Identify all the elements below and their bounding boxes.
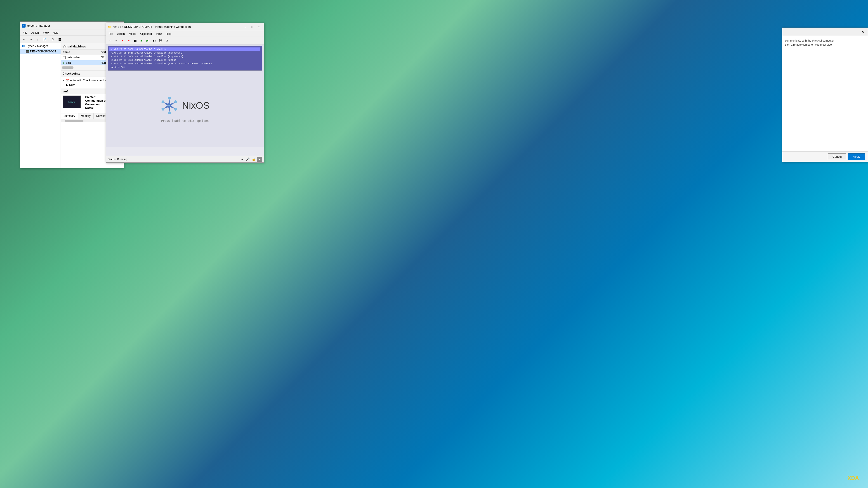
- grub-entry-5[interactable]: Memtest86+: [110, 66, 260, 69]
- vm-toolbar-record2[interactable]: ●: [126, 38, 132, 43]
- tab-memory[interactable]: Memory: [78, 113, 93, 119]
- settings-text-area: communicate with the physical computer s…: [782, 36, 868, 50]
- toolbar-settings-button[interactable]: ☰: [57, 37, 63, 42]
- vm-status-text: Status: Running: [108, 158, 127, 161]
- settings-close-button[interactable]: ✕: [860, 29, 866, 34]
- vm-conn-close-button[interactable]: ✕: [256, 24, 262, 29]
- vm-thumb-text: NixOS: [68, 101, 75, 103]
- settings-apply-button[interactable]: Apply: [848, 153, 865, 160]
- settings-cancel-button[interactable]: Cancel: [828, 153, 846, 160]
- vm-thumbnail: NixOS: [63, 96, 81, 108]
- vm-toolbar-step2[interactable]: ▶): [151, 38, 157, 43]
- vm-toolbar-record[interactable]: ●: [120, 38, 125, 43]
- vm-screen-area[interactable]: NixOS 24.05.6668.e8c38b73aeb2 Installer …: [106, 44, 264, 156]
- svg-rect-1: [23, 45, 25, 47]
- status-icons-area: ⇥ 🎤 🔒 ▶: [239, 157, 262, 162]
- svg-marker-14: [168, 111, 171, 114]
- settings-content: communicate with the physical computer s…: [782, 36, 868, 151]
- vm-toolbar-step[interactable]: ▶|: [145, 38, 151, 43]
- vm-toolbar-settings[interactable]: ⚙: [164, 38, 170, 43]
- settings-titlebar: ✕: [782, 28, 868, 36]
- vm-toolbar-save[interactable]: 💾: [158, 38, 163, 43]
- checkpoint-expand-icon: ▼: [63, 79, 65, 82]
- svg-marker-12: [174, 100, 178, 103]
- svg-marker-15: [161, 107, 165, 111]
- checkpoint-now-label: Now: [69, 84, 74, 87]
- toolbar-button3[interactable]: 📄: [41, 37, 48, 42]
- svg-point-4: [28, 51, 29, 51]
- vm-menu-clipboard[interactable]: Clipboard: [138, 32, 153, 36]
- vm-menu-view[interactable]: View: [154, 32, 164, 36]
- svg-marker-11: [168, 96, 171, 99]
- hyperv-menu-view[interactable]: View: [41, 31, 51, 35]
- grub-entry-4[interactable]: NixOS 24.05.6668.e8c38b73aeb2 Installer …: [110, 62, 260, 66]
- toolbar-separator: [49, 37, 49, 42]
- status-icon-expand[interactable]: ▶: [257, 157, 262, 162]
- status-icon-mic[interactable]: 🎤: [245, 157, 250, 162]
- grub-entry-0[interactable]: NixOS 24.05.6668.e8c38b73aeb2 Installer: [110, 47, 260, 51]
- vm-connection-titlebar: 📁 vm1 on DESKTOP-JPCMV3T - Virtual Machi…: [106, 23, 264, 31]
- tree-item-hyperv-manager[interactable]: Hyper-V Manager: [20, 43, 61, 49]
- settings-text-line1: communicate with the physical computer: [785, 39, 865, 43]
- checkpoint-icon: 📅: [66, 79, 69, 82]
- vm-menu-help[interactable]: Help: [164, 32, 174, 36]
- vm-toolbar-back[interactable]: ←: [107, 38, 113, 43]
- hyperv-menu-help[interactable]: Help: [51, 31, 60, 35]
- vm-name-vm1: vm1: [61, 60, 99, 65]
- vm-connection-menu-bar: File Action Media Clipboard View Help: [106, 31, 264, 37]
- vm-name-yetanother: yetanother: [61, 55, 99, 60]
- vm-toolbar-stop2[interactable]: ▮▮: [132, 38, 138, 43]
- virtual-machines-title: Virtual Machines: [63, 45, 86, 48]
- vm-toolbar-stop[interactable]: ■: [113, 38, 119, 43]
- status-icon-lock[interactable]: 🔒: [251, 157, 256, 162]
- hyperv-menu-file[interactable]: File: [21, 31, 29, 35]
- nixos-snowflake-icon: [160, 96, 178, 115]
- desktop: H Hyper-V Manager – □ ✕ File Action View…: [0, 0, 868, 488]
- settings-footer: Cancel Apply: [782, 151, 868, 162]
- vm-menu-action[interactable]: Action: [115, 32, 126, 36]
- nixos-logo: NixOS: [160, 96, 209, 115]
- vm-connection-title: vm1 on DESKTOP-JPCMV3T - Virtual Machine…: [114, 25, 241, 29]
- settings-panel: ✕ communicate with the physical computer…: [782, 28, 868, 162]
- vm-icon-off: [63, 56, 66, 59]
- grub-menu: NixOS 24.05.6668.e8c38b73aeb2 Installer …: [108, 46, 262, 71]
- toolbar-forward-button[interactable]: →: [28, 37, 34, 42]
- vm-toolbar-play[interactable]: ▶: [138, 38, 145, 43]
- vm-connection-controls: – □ ✕: [242, 24, 262, 29]
- nixos-boot-screen: NixOS 24.05.6668.e8c38b73aeb2 Installer …: [106, 44, 264, 147]
- vm-menu-media[interactable]: Media: [127, 32, 138, 36]
- xda-watermark: XDA: [847, 475, 859, 481]
- vm-scrollbar-thumb: [62, 66, 73, 69]
- vm-running-icon: [63, 62, 64, 64]
- svg-marker-16: [161, 100, 165, 103]
- grub-entry-3[interactable]: NixOS 24.05.6668.e8c38b73aeb2 Installer …: [110, 58, 260, 62]
- settings-text-line2: s on a remote computer, you must also: [785, 43, 865, 47]
- svg-point-18: [168, 105, 170, 106]
- toolbar-up-button[interactable]: ↑: [35, 37, 41, 42]
- toolbar-help-button[interactable]: ?: [50, 37, 56, 42]
- hyperv-menu-action[interactable]: Action: [29, 31, 40, 35]
- hyperv-title-text: Hyper-V Manager: [27, 24, 101, 27]
- tree-server-label: DESKTOP-JPCMV3T: [30, 50, 56, 53]
- vm-conn-maximize-button[interactable]: □: [249, 24, 255, 29]
- toolbar-back-button[interactable]: ←: [21, 37, 27, 42]
- hyperv-tree-panel: Hyper-V Manager DESKTOP-JPCMV3T: [20, 43, 61, 168]
- status-icon-keyboard[interactable]: ⇥: [239, 157, 244, 162]
- vm-status-bar: Status: Running ⇥ 🎤 🔒 ▶: [106, 156, 264, 162]
- vm-details-title: vm1: [63, 90, 68, 93]
- tab-summary[interactable]: Summary: [61, 113, 78, 119]
- nixos-brand-text: NixOS: [182, 100, 209, 111]
- vm-menu-file[interactable]: File: [107, 32, 115, 36]
- grub-entry-2[interactable]: NixOS 24.05.6668.e8c38b73aeb2 Installer …: [110, 55, 260, 58]
- server-icon: [26, 50, 29, 53]
- nixos-logo-area: NixOS Press [Tab] to edit options: [106, 72, 264, 147]
- svg-marker-13: [174, 107, 178, 111]
- checkpoint-now-icon: ▶: [66, 84, 68, 87]
- vm-column-name: Name: [61, 50, 99, 55]
- tree-item-server[interactable]: DESKTOP-JPCMV3T: [20, 49, 61, 54]
- vm-connection-icon: 📁: [108, 25, 111, 29]
- tree-hyperv-manager-label: Hyper-V Manager: [26, 44, 48, 48]
- vm-conn-minimize-button[interactable]: –: [242, 24, 248, 29]
- grub-entry-1[interactable]: NixOS 24.05.6668.e8c38b73aeb2 Installer …: [110, 51, 260, 55]
- vm-connection-toolbar: ← ■ ● ● ▮▮ ▶ ▶| ▶) 💾 ⚙: [106, 37, 264, 44]
